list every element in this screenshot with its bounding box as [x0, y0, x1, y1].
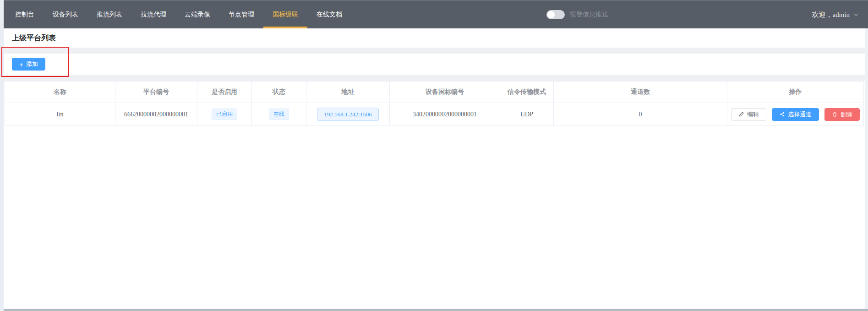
- nav-item-node-manage[interactable]: 节点管理: [219, 1, 263, 28]
- cell-platform-id: 66620000002000000001: [115, 103, 197, 126]
- table-row: lin 66620000002000000001 已启用 在线 192.168.…: [5, 103, 864, 126]
- select-channel-button[interactable]: 选择通道: [772, 108, 819, 121]
- top-navbar: 控制台 设备列表 推流列表 拉流代理 云端录像 节点管理 国标级联 在线文档 报…: [4, 0, 868, 28]
- nav-item-push-list[interactable]: 推流列表: [87, 1, 131, 28]
- cell-status: 在线: [252, 103, 306, 126]
- row-actions: 编辑 选择通道: [727, 108, 863, 121]
- column-header-status: 状态: [252, 82, 306, 103]
- nav-item-pull-proxy[interactable]: 拉流代理: [131, 1, 175, 28]
- alarm-push-toggle[interactable]: [546, 10, 565, 19]
- toolbar: + 添加: [4, 54, 868, 75]
- delete-button[interactable]: 删除: [824, 108, 860, 121]
- cell-channels: 0: [554, 103, 727, 126]
- left-edge-strip: [0, 0, 4, 311]
- edit-button-label: 编辑: [747, 110, 759, 119]
- cell-actions: 编辑 选择通道: [727, 103, 864, 126]
- cell-device-gb-id: 34020000002000000001: [390, 103, 500, 126]
- edit-button[interactable]: 编辑: [731, 108, 766, 121]
- nav-item-device-list[interactable]: 设备列表: [44, 1, 87, 28]
- alarm-push-group: 报警信息推送: [546, 1, 608, 28]
- pencil-icon: [738, 111, 744, 117]
- nav-item-console[interactable]: 控制台: [6, 1, 44, 28]
- welcome-text: 欢迎，admin: [812, 11, 850, 19]
- plus-icon: +: [19, 61, 23, 68]
- add-button-label: 添加: [26, 60, 38, 68]
- toggle-knob: [547, 11, 555, 18]
- nav-item-gb-cascade[interactable]: 国标级联: [263, 1, 307, 28]
- column-header-actions: 操作: [727, 82, 864, 103]
- cell-enabled: 已启用: [197, 103, 252, 126]
- nav-item-cloud-record[interactable]: 云端录像: [175, 1, 219, 28]
- column-header-address: 地址: [306, 82, 390, 103]
- page-title: 上级平台列表: [4, 33, 56, 43]
- platform-table-area: 名称 平台编号 是否启用 状态 地址 设备国标编号 信令传输模式 通道数 操作 …: [4, 81, 868, 311]
- divider-band: [4, 75, 868, 81]
- address-button[interactable]: 192.168.1.242:1506: [317, 108, 378, 121]
- chevron-down-icon: [853, 12, 859, 17]
- nav-menu: 控制台 设备列表 推流列表 拉流代理 云端录像 节点管理 国标级联 在线文档: [6, 1, 351, 28]
- column-header-channels: 通道数: [554, 82, 727, 103]
- content: 控制台 设备列表 推流列表 拉流代理 云端录像 节点管理 国标级联 在线文档 报…: [4, 0, 868, 311]
- user-menu[interactable]: 欢迎，admin: [812, 1, 859, 28]
- right-edge-strip: [865, 28, 868, 311]
- column-header-platform-id: 平台编号: [115, 82, 197, 103]
- table-header-row: 名称 平台编号 是否启用 状态 地址 设备国标编号 信令传输模式 通道数 操作: [5, 82, 864, 103]
- nav-item-online-docs[interactable]: 在线文档: [307, 1, 351, 28]
- column-header-name: 名称: [5, 82, 115, 103]
- enabled-tag: 已启用: [212, 109, 237, 120]
- page: 控制台 设备列表 推流列表 拉流代理 云端录像 节点管理 国标级联 在线文档 报…: [0, 0, 868, 311]
- platform-table: 名称 平台编号 是否启用 状态 地址 设备国标编号 信令传输模式 通道数 操作 …: [5, 81, 864, 126]
- delete-button-label: 删除: [841, 110, 852, 119]
- horizontal-scrollbar[interactable]: [4, 309, 868, 311]
- cell-name: lin: [5, 103, 115, 126]
- trash-icon: [832, 111, 838, 117]
- cell-transport: UDP: [500, 103, 554, 126]
- cell-address: 192.168.1.242:1506: [306, 103, 390, 126]
- column-header-device-gb-id: 设备国标编号: [390, 82, 500, 103]
- alarm-push-label: 报警信息推送: [570, 11, 608, 19]
- page-header: 上级平台列表: [4, 28, 868, 48]
- divider-band: [4, 48, 868, 54]
- column-header-enabled: 是否启用: [197, 82, 252, 103]
- status-badge: 在线: [269, 109, 289, 120]
- add-button[interactable]: + 添加: [12, 58, 45, 71]
- column-header-transport: 信令传输模式: [500, 82, 554, 103]
- share-icon: [779, 111, 785, 117]
- select-channel-label: 选择通道: [788, 110, 812, 119]
